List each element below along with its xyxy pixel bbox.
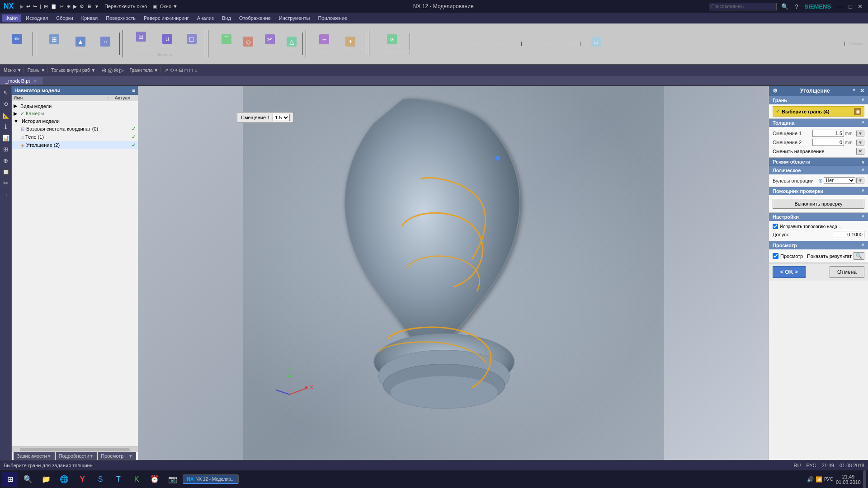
viewport[interactable]: X Y Смещение 1 1.5 — [138, 86, 769, 460]
menu-curve[interactable]: Кривая — [78, 14, 101, 22]
preview-section-header[interactable]: Просмотр ^ — [769, 241, 868, 249]
run-verify-btn[interactable]: Выполнить проверку — [773, 199, 864, 209]
telegram-taskbar-btn[interactable]: T — [110, 472, 127, 487]
model-tab[interactable]: _model3.pt ✕ — [0, 77, 43, 84]
command-search-input[interactable] — [709, 3, 777, 10]
nav-item-cameras[interactable]: ▶ ✓ Камеры — [12, 110, 138, 117]
search-taskbar-btn[interactable]: 🔍 — [20, 472, 36, 487]
view-icon1[interactable]: ↗ — [164, 67, 168, 73]
menu-view[interactable]: Вид — [218, 14, 235, 22]
yandex-taskbar-btn[interactable]: Y — [74, 472, 90, 487]
moveface-btn[interactable]: ↔ Переместить грань — [311, 33, 337, 54]
reverse-direction-btn[interactable]: ✕ — [856, 148, 864, 155]
menu-home[interactable]: Исходная — [22, 14, 52, 22]
menu-surface[interactable]: Поверхность — [102, 14, 139, 22]
details-panel[interactable]: Подробности ▼ — [56, 452, 97, 460]
nav-item-views[interactable]: ▶ Виды модели — [12, 102, 138, 110]
thickness-section-header[interactable]: Толщина ^ — [769, 119, 868, 127]
minimize-btn[interactable]: — — [835, 3, 845, 10]
dependencies-panel[interactable]: Зависимости ▼ — [14, 452, 55, 460]
surface-btn[interactable]: ◻Поверхность — [583, 36, 609, 52]
show-desktop-btn[interactable] — [863, 470, 866, 488]
snap-icon4[interactable]: ▷ — [119, 67, 124, 74]
cancel-button[interactable]: Отмена — [830, 266, 864, 278]
preview-checkbox[interactable] — [773, 253, 778, 259]
history-icon[interactable]: ⟲ — [1, 99, 11, 109]
face-body-dropdown[interactable]: Грани тела ▼ — [128, 67, 161, 73]
tolerance-input[interactable]: 0.1000 — [833, 231, 864, 238]
bool-op-dropdown[interactable]: ▼ — [856, 178, 864, 183]
shell-btn[interactable]: ◻ Оболочка — [181, 33, 202, 49]
sketch-btn[interactable]: ✏ Простой эскиз — [5, 33, 30, 54]
nav-item-thicken[interactable]: ◈ Утолщение (2) ✓ — [12, 141, 138, 149]
nav-item-body[interactable]: □ Тело (1) ✓ — [12, 133, 138, 141]
menu-application[interactable]: Приложение — [314, 14, 351, 22]
arrow-icon[interactable]: → — [1, 189, 11, 199]
nav-scrollbar[interactable] — [12, 446, 138, 452]
layer-icon[interactable]: ⊞ — [1, 144, 11, 154]
snap-icon3[interactable]: ⊗ — [113, 67, 118, 74]
trim-btn[interactable]: ✂ Обрезка тела — [257, 33, 283, 54]
snap-icon2[interactable]: ◎ — [108, 67, 113, 74]
menu-dropdown-btn[interactable]: Меню ▼ — [2, 67, 24, 73]
skype-taskbar-btn[interactable]: S — [92, 472, 108, 487]
panel-close-btn[interactable]: ✕ — [860, 88, 864, 94]
offset-value-select[interactable]: 1.5 — [273, 114, 290, 121]
help-icon[interactable]: ? — [793, 3, 800, 10]
search-icon[interactable]: 🔍 — [778, 2, 791, 11]
measure-icon[interactable]: 📐 — [1, 110, 11, 120]
chamfer-btn[interactable]: ◇ Фаска — [240, 36, 256, 52]
menu-file[interactable]: Файл — [2, 14, 21, 22]
view-icon5[interactable]: □ — [184, 68, 188, 73]
bool-op-select[interactable]: Нет Объединение Вычитание Пересечение — [824, 177, 855, 184]
union-btn[interactable]: ∪ Объединение — [155, 33, 180, 49]
snap-pts-icon[interactable]: ⊕ — [1, 155, 11, 165]
coord-plane-btn[interactable]: ⊞ Координатная плоскость — [42, 33, 67, 54]
view3d-icon[interactable]: 🔲 — [1, 167, 11, 177]
offset1-dropdown[interactable]: ▼ — [856, 131, 864, 136]
switch-window-btn[interactable]: Переключить окно — [102, 4, 150, 9]
boolean-section-header[interactable]: Логическое ^ — [769, 166, 868, 174]
menu-display[interactable]: Отображение — [236, 14, 274, 22]
panel-settings-icon[interactable]: ⚙ — [773, 88, 778, 94]
panel-collapse-btn[interactable]: ^ — [853, 88, 856, 94]
maximize-btn[interactable]: □ — [847, 3, 854, 10]
offset1-input[interactable]: 1.5 — [812, 130, 844, 137]
show-result-btn[interactable]: 🔍 — [854, 252, 864, 260]
view-icon2[interactable]: ⟲ — [170, 67, 174, 73]
browser-taskbar-btn[interactable]: 🌐 — [56, 472, 72, 487]
face-section-header[interactable]: Грань ^ — [769, 96, 868, 104]
camera-taskbar-btn[interactable]: 📷 — [165, 472, 181, 487]
view-icon6[interactable]: ◻ — [189, 67, 193, 73]
preview-panel[interactable]: Просмотр ▼ — [98, 452, 136, 460]
menu-reverse[interactable]: Реверс инжиниринг — [140, 14, 193, 22]
windows-start-btn[interactable]: ⊞ — [2, 472, 18, 487]
view-icon7[interactable]: ○ — [194, 68, 198, 73]
clock-taskbar-btn[interactable]: ⏰ — [146, 472, 163, 487]
verify-section-header[interactable]: Помощник проверки ^ — [769, 187, 868, 195]
settings-section-header[interactable]: Настройки ^ — [769, 213, 868, 221]
draft-btn[interactable]: △ Уклон — [283, 36, 300, 52]
face-select-icon-btn[interactable]: ▣ — [854, 108, 861, 115]
menu-assemblies[interactable]: Сборки — [52, 14, 76, 22]
hole-btn[interactable]: ○ Отверстие — [94, 36, 117, 52]
nav-item-csys[interactable]: ⊞ Базовая система координат (0) ✓ — [12, 125, 138, 133]
array-btn[interactable]: ⊞ Массив элементов — [128, 31, 154, 52]
close-btn[interactable]: ✕ — [856, 3, 864, 10]
nx-taskbar-app[interactable]: NX NX 12 - Моделир... — [183, 474, 239, 484]
region-section-header[interactable]: Режим области v — [769, 158, 868, 166]
kaspersky-taskbar-btn[interactable]: K — [128, 472, 145, 487]
view-icon3[interactable]: ⌖ — [175, 67, 178, 73]
menu-tools[interactable]: Инструменты — [275, 14, 314, 22]
fix-topology-checkbox[interactable] — [773, 224, 778, 229]
analysis-icon[interactable]: 📊 — [1, 133, 11, 143]
info-icon[interactable]: ℹ — [1, 122, 11, 131]
tab-close-btn[interactable]: ✕ — [33, 79, 37, 84]
face-type-dropdown[interactable]: Грань ▼ — [26, 67, 47, 73]
view-icon4[interactable]: ⊞ — [179, 67, 183, 73]
ok-button[interactable]: < OK > — [773, 266, 806, 278]
select-icon[interactable]: ↖ — [1, 88, 11, 98]
files-taskbar-btn[interactable]: 📁 — [38, 472, 54, 487]
navigator-menu-btn[interactable]: ≡ — [132, 87, 135, 94]
fillet-btn[interactable]: ⌒ Скругление ребра — [214, 33, 239, 54]
